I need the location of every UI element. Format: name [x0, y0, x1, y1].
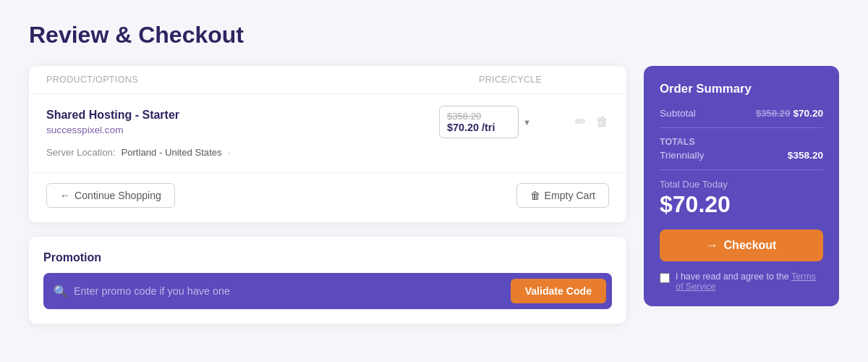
- tos-text: I have read and agree to the Terms of Se…: [676, 272, 823, 292]
- totals-amount: $358.20: [788, 150, 823, 161]
- summary-divider-2: [660, 169, 823, 170]
- promotion-title: Promotion: [43, 251, 612, 264]
- back-arrow-icon: ←: [60, 190, 70, 201]
- item-price-col: $358.20 $70.20 /tri ▼: [439, 106, 569, 138]
- subtotal-new-price: $70.20: [793, 108, 823, 119]
- summary-divider: [660, 127, 823, 128]
- tos-row: I have read and agree to the Terms of Se…: [660, 272, 823, 292]
- server-location-value: Portland - United States: [121, 147, 221, 158]
- order-summary: Order Summary Subtotal $358.20$70.20 Tot…: [644, 66, 839, 306]
- old-price: $358.20: [447, 111, 511, 122]
- cart-footer: ← Continue Shopping 🗑 Empty Cart: [29, 172, 626, 211]
- checkout-label: Checkout: [724, 239, 777, 252]
- tos-checkbox[interactable]: [660, 273, 670, 283]
- totals-section-label: Totals: [660, 137, 823, 147]
- trash-icon: 🗑: [530, 190, 540, 201]
- page-title: Review & Checkout: [29, 22, 839, 49]
- price-dropdown[interactable]: $358.20 $70.20 /tri: [439, 106, 519, 138]
- empty-cart-label: Empty Cart: [545, 190, 595, 201]
- continue-shopping-button[interactable]: ← Continue Shopping: [46, 183, 175, 208]
- subtotal-old-price: $358.20: [756, 108, 790, 119]
- cart-card: Product/Options Price/Cycle Shared Hosti…: [29, 66, 626, 222]
- promo-code-input[interactable]: [74, 285, 505, 297]
- cart-item-row: Shared Hosting - Starter successpixel.co…: [29, 94, 626, 144]
- server-location-row: Server Location: Portland - United State…: [29, 144, 626, 167]
- dropdown-arrow-icon[interactable]: ▼: [523, 118, 531, 127]
- order-summary-title: Order Summary: [660, 82, 823, 96]
- totals-period-label: Triennially: [660, 150, 704, 161]
- item-domain-link[interactable]: successpixel.com: [46, 125, 124, 135]
- subtotal-value: $358.20$70.20: [756, 108, 823, 119]
- col-product-header: Product/Options: [46, 75, 479, 85]
- item-actions: ✏ 🗑: [575, 114, 609, 130]
- edit-icon[interactable]: ✏: [575, 114, 586, 130]
- delete-icon[interactable]: 🗑: [596, 114, 609, 130]
- subtotal-row: Subtotal $358.20$70.20: [660, 108, 823, 119]
- cart-table-header: Product/Options Price/Cycle: [29, 66, 626, 94]
- col-price-header: Price/Cycle: [479, 75, 609, 85]
- checkout-arrow-icon: →: [707, 239, 718, 252]
- total-due-label: Total Due Today: [660, 179, 823, 190]
- empty-cart-button[interactable]: 🗑 Empty Cart: [516, 183, 609, 208]
- total-due-amount: $70.20: [660, 191, 823, 218]
- item-name: Shared Hosting - Starter: [46, 109, 433, 122]
- server-location-label: Server Location:: [46, 147, 115, 158]
- promotion-section: Promotion 🔍 Validate Code: [29, 237, 626, 324]
- continue-shopping-label: Continue Shopping: [75, 190, 161, 201]
- item-info: Shared Hosting - Starter successpixel.co…: [46, 109, 433, 136]
- totals-row: Triennially $358.20: [660, 150, 823, 161]
- server-location-sep: -: [228, 147, 231, 158]
- checkout-button[interactable]: → Checkout: [660, 230, 823, 261]
- subtotal-label: Subtotal: [660, 108, 696, 119]
- new-price: $70.20 /tri: [447, 122, 495, 133]
- promo-input-wrapper: 🔍 Validate Code: [43, 273, 612, 309]
- validate-code-button[interactable]: Validate Code: [511, 279, 606, 303]
- promo-search-icon: 🔍: [54, 285, 68, 298]
